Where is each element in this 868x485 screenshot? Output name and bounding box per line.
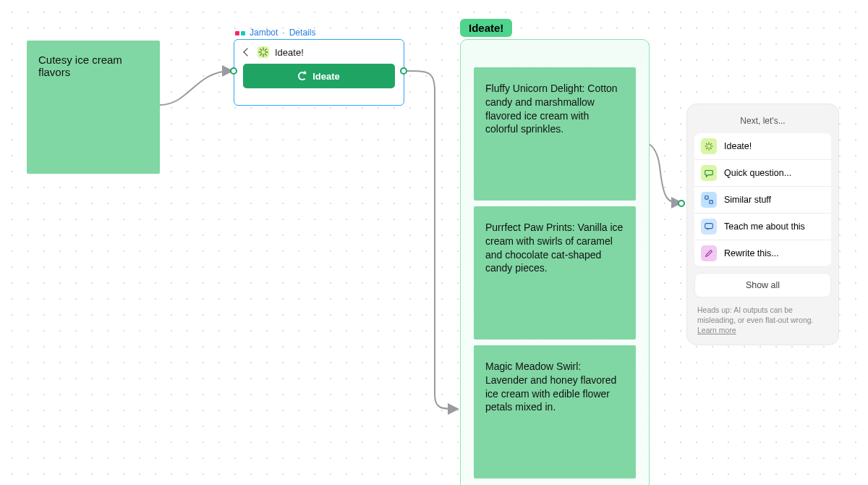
next-action-label: Teach me about this	[724, 222, 805, 232]
jambot-widget[interactable]: Ideate! Ideate	[234, 39, 404, 106]
svg-rect-18	[705, 196, 708, 199]
next-actions-title: Next, let's...	[694, 113, 831, 133]
next-actions-panel: Next, let's... Ideate! Quick question...	[686, 104, 839, 345]
widget-head: Ideate!	[243, 46, 395, 64]
svg-rect-1	[241, 31, 245, 35]
ideate-icon	[701, 138, 717, 154]
next-action-label: Similar stuff	[724, 195, 771, 205]
next-action-rewrite[interactable]: Rewrite this...	[694, 240, 831, 267]
ideate-icon	[258, 46, 269, 58]
results-panel[interactable]: Fluffy Unicorn Delight: Cotton candy and…	[460, 39, 650, 485]
next-action-label: Ideate!	[724, 141, 752, 151]
widget-brand-link[interactable]: Jambot	[250, 28, 278, 38]
ai-disclaimer-text: Heads up: AI outputs can be misleading, …	[697, 305, 814, 324]
ai-disclaimer: Heads up: AI outputs can be misleading, …	[694, 298, 831, 337]
result-card-text: Fluffy Unicorn Delight: Cotton candy and…	[485, 83, 618, 135]
svg-rect-0	[235, 31, 239, 35]
next-action-teach-me[interactable]: Teach me about this	[694, 214, 831, 240]
svg-line-15	[710, 148, 712, 149]
widget-port-right[interactable]	[400, 67, 407, 75]
next-show-all-button[interactable]: Show all	[694, 273, 831, 298]
next-panel-port[interactable]	[678, 200, 685, 207]
ideate-button[interactable]: Ideate	[243, 64, 395, 88]
result-card-text: Purrfect Paw Prints: Vanilla ice cream w…	[485, 222, 623, 274]
widget-details-link[interactable]: Details	[289, 28, 316, 38]
svg-line-6	[260, 49, 262, 51]
refresh-icon	[298, 72, 307, 80]
sticky-note-input[interactable]: Cutesy ice cream flavors	[27, 41, 160, 174]
next-show-all-label: Show all	[746, 280, 780, 290]
results-badge: Ideate!	[460, 19, 512, 37]
pencil-icon	[701, 245, 717, 261]
back-chevron-icon[interactable]	[243, 48, 251, 56]
result-card[interactable]: Purrfect Paw Prints: Vanilla ice cream w…	[474, 206, 636, 340]
svg-line-16	[710, 143, 712, 145]
chat-bubble-icon	[701, 165, 717, 181]
result-card[interactable]: Magic Meadow Swirl: Lavender and honey f…	[474, 345, 636, 478]
svg-rect-20	[705, 224, 713, 229]
svg-line-8	[265, 49, 266, 51]
results-badge-text: Ideate!	[469, 22, 503, 34]
svg-rect-19	[710, 201, 712, 203]
svg-line-14	[706, 143, 707, 145]
result-card[interactable]: Fluffy Unicorn Delight: Cotton candy and…	[474, 67, 636, 201]
result-card-text: Magic Meadow Swirl: Lavender and honey f…	[485, 360, 616, 413]
widget-port-left[interactable]	[230, 67, 237, 75]
chat-writing-icon	[701, 219, 717, 235]
next-action-label: Rewrite this...	[724, 248, 779, 258]
widget-header-row: Jambot · Details	[235, 28, 315, 38]
separator-dot: ·	[282, 28, 284, 38]
next-action-label: Quick question...	[724, 168, 791, 178]
next-action-similar-stuff[interactable]: Similar stuff	[694, 187, 831, 214]
squares-icon	[701, 192, 717, 208]
jambot-logo-icon	[235, 29, 245, 36]
widget-title: Ideate!	[275, 47, 304, 58]
svg-line-17	[706, 148, 707, 149]
next-action-quick-question[interactable]: Quick question...	[694, 160, 831, 187]
next-action-ideate[interactable]: Ideate!	[694, 133, 831, 160]
svg-line-9	[260, 54, 262, 55]
ideate-button-label: Ideate	[312, 71, 340, 82]
learn-more-link[interactable]: Learn more	[697, 326, 736, 334]
sticky-note-text: Cutesy ice cream flavors	[38, 54, 122, 78]
svg-line-7	[265, 54, 266, 55]
